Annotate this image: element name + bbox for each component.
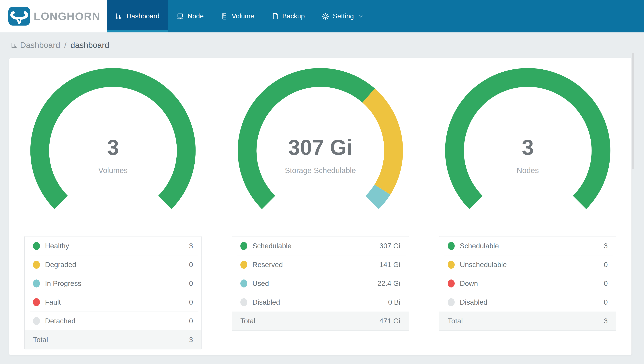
app-logo[interactable]: LONGHORN xyxy=(0,0,107,32)
legend-row: Fault 0 xyxy=(24,293,201,312)
legend-label: Degraded xyxy=(45,261,76,269)
legend-row: Schedulable 307 Gi xyxy=(232,236,409,255)
nodes-legend-table: Schedulable 3 Unschedulable 0 Down 0 Dis… xyxy=(439,236,616,331)
dashboard-card: 3 Volumes Healthy 3 Degraded 0 In Progr xyxy=(9,58,632,355)
chevron-down-icon xyxy=(358,14,363,18)
legend-label: Reserved xyxy=(252,261,283,269)
legend-color-dot xyxy=(33,261,40,269)
legend-value: 0 xyxy=(189,280,193,288)
legend-value: 3 xyxy=(189,242,193,250)
legend-row: Degraded 0 xyxy=(24,255,201,274)
legend-row: Unschedulable 0 xyxy=(439,255,616,274)
bar-chart-icon xyxy=(115,12,123,20)
storage-legend-table: Schedulable 307 Gi Reserved 141 Gi Used … xyxy=(232,236,409,331)
nav-item-volume[interactable]: Volume xyxy=(212,0,262,32)
legend-color-dot xyxy=(33,280,40,288)
top-nav-bar: LONGHORN Dashboard xyxy=(0,0,644,32)
legend-color-dot xyxy=(33,317,40,325)
legend-label: Fault xyxy=(45,298,61,306)
volumes-legend-table: Healthy 3 Degraded 0 In Progress 0 Fault… xyxy=(24,236,202,350)
legend-value: 0 xyxy=(189,298,193,306)
nav-item-label: Backup xyxy=(282,12,305,20)
legend-total-label: Total xyxy=(240,317,255,325)
nav-item-dashboard[interactable]: Dashboard xyxy=(107,0,168,32)
legend-color-dot xyxy=(33,298,40,306)
legend-row: Schedulable 3 xyxy=(439,236,616,255)
legend-label: Healthy xyxy=(45,242,69,250)
nav-item-label: Dashboard xyxy=(126,12,160,20)
legend-color-dot xyxy=(240,280,247,288)
legend-row: In Progress 0 xyxy=(24,274,201,293)
legend-label: Schedulable xyxy=(252,242,292,250)
legend-color-dot xyxy=(448,280,455,288)
legend-color-dot xyxy=(240,242,247,250)
legend-value: 0 xyxy=(189,317,193,325)
legend-row: Reserved 141 Gi xyxy=(232,255,409,274)
breadcrumb-separator: / xyxy=(62,40,68,50)
backup-icon xyxy=(271,12,279,20)
nav-item-label: Node xyxy=(188,12,204,20)
volumes-gauge: 3 Volumes xyxy=(29,67,197,234)
legend-label: Unschedulable xyxy=(460,261,507,269)
legend-value: 0 Bi xyxy=(388,298,400,306)
nodes-gauge-chart xyxy=(444,67,612,234)
legend-value: 0 xyxy=(189,261,193,269)
legend-label: Detached xyxy=(45,317,76,325)
legend-value: 22.4 Gi xyxy=(378,280,400,288)
breadcrumb: Dashboard / dashboard xyxy=(0,32,644,58)
legend-label: Disabled xyxy=(460,298,488,306)
storage-gauge-chart xyxy=(236,67,404,234)
legend-row: Used 22.4 Gi xyxy=(232,274,409,293)
legend-total-value: 3 xyxy=(604,317,608,325)
legend-label: Schedulable xyxy=(460,242,499,250)
nav-item-setting[interactable]: Setting xyxy=(313,0,371,32)
nav-item-backup[interactable]: Backup xyxy=(262,0,313,32)
legend-value: 0 xyxy=(604,261,608,269)
legend-color-dot xyxy=(448,261,455,269)
legend-value: 141 Gi xyxy=(380,261,400,269)
legend-total-value: 471 Gi xyxy=(380,317,400,325)
scrollbar-thumb[interactable] xyxy=(632,53,634,169)
volumes-panel: 3 Volumes Healthy 3 Degraded 0 In Progr xyxy=(9,58,217,355)
legend-value: 0 xyxy=(604,280,608,288)
longhorn-dashboard-screen: LONGHORN Dashboard xyxy=(0,0,644,364)
nodes-gauge: 3 Nodes xyxy=(444,67,612,234)
legend-row: Disabled 0 Bi xyxy=(232,293,409,312)
legend-color-dot xyxy=(448,298,455,306)
app-name: LONGHORN xyxy=(34,10,100,22)
main-navigation: Dashboard Node xyxy=(107,0,372,32)
legend-total-value: 3 xyxy=(189,336,193,344)
legend-value: 0 xyxy=(604,298,608,306)
legend-total-label: Total xyxy=(448,317,463,325)
legend-label: Used xyxy=(252,280,269,288)
legend-label: Disabled xyxy=(252,298,280,306)
nav-item-label: Setting xyxy=(333,12,354,20)
gear-icon xyxy=(322,12,330,20)
legend-row: Detached 0 xyxy=(24,312,201,330)
storage-panel: 307 Gi Storage Schedulable Schedulable 3… xyxy=(217,58,424,355)
nav-item-node[interactable]: Node xyxy=(168,0,212,32)
volume-icon xyxy=(220,12,228,20)
breadcrumb-current-page: dashboard xyxy=(70,40,109,50)
legend-color-dot xyxy=(448,242,455,250)
node-icon xyxy=(176,12,184,20)
longhorn-logo-icon xyxy=(8,7,30,26)
legend-color-dot xyxy=(240,261,247,269)
breadcrumb-section[interactable]: Dashboard xyxy=(20,40,60,50)
nodes-panel: 3 Nodes Schedulable 3 Unschedulable 0 D xyxy=(424,58,632,355)
volumes-gauge-chart xyxy=(29,67,197,234)
nav-item-label: Volume xyxy=(232,12,254,20)
legend-label: In Progress xyxy=(45,280,81,288)
legend-total-row: Total 3 xyxy=(439,312,616,330)
storage-gauge: 307 Gi Storage Schedulable xyxy=(236,67,404,234)
legend-total-label: Total xyxy=(33,336,48,344)
legend-row: Disabled 0 xyxy=(439,293,616,312)
legend-total-row: Total 471 Gi xyxy=(232,312,409,330)
legend-label: Down xyxy=(460,280,478,288)
legend-color-dot xyxy=(240,298,247,306)
legend-value: 307 Gi xyxy=(380,242,400,250)
legend-total-row: Total 3 xyxy=(24,330,201,349)
bar-chart-icon xyxy=(10,42,18,49)
legend-color-dot xyxy=(33,242,40,250)
legend-value: 3 xyxy=(604,242,608,250)
